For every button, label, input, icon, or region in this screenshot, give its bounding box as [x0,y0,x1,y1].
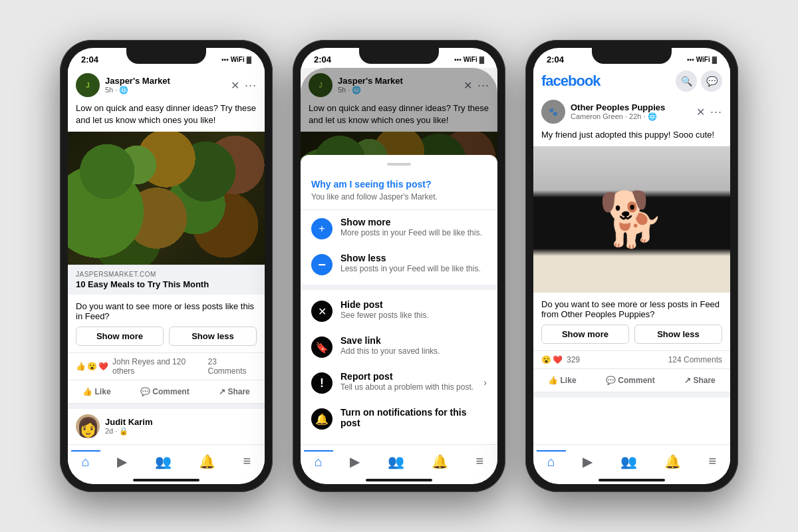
post-3-image [533,146,730,293]
comment-action-1[interactable]: 💬 Comment [132,383,198,400]
phone-3-content: 🐾 Other Peoples Puppies Cameron Green · … [533,94,730,444]
user-post-header-1: 👩 Judit Karim 2d · 🔒 [76,414,257,438]
feedback-question-1: Do you want to see more or less posts li… [76,301,257,321]
search-button[interactable]: 🔍 [676,70,697,92]
post-1-meta: Jasper's Market 5h · 🌐 [105,76,231,94]
feedback-question-3: Do you want to see more or less posts in… [541,299,722,319]
nav-video-2[interactable]: ▶ [339,451,370,472]
notifications-label: Turn on notifications for this post [340,407,487,428]
nav-bell-3[interactable]: 🔔 [654,451,692,472]
menu-hide-post[interactable]: ✕ Hide post See fewer posts like this. [301,293,497,329]
nav-groups-1[interactable]: 👥 [144,451,182,472]
menu-report-post[interactable]: ! Report post Tell us about a problem wi… [301,364,497,400]
phone-1-content: J Jasper's Market 5h · 🌐 ✕ ··· Low on qu… [68,68,265,444]
menu-save-link[interactable]: 🔖 Save link Add this to your saved links… [301,329,497,364]
wow-emoji-3: 😮 [541,355,551,364]
nav-home-2[interactable]: ⌂ [304,450,333,472]
post-3-meta: Other Peoples Puppies Cameron Green · 22… [571,102,696,121]
phone-3-screen: 2:04 ▪▪▪ WiFi ▓ facebook 🔍 💬 🐾 Other Peo… [533,48,730,484]
like-action-3[interactable]: 👍 Like [540,372,584,389]
notch-2 [359,48,439,64]
why-text: You like and follow Jasper's Market. [311,192,487,201]
nav-menu-2[interactable]: ≡ [466,451,495,471]
show-more-btn-3[interactable]: Show more [541,325,629,344]
phone-2: 2:04 ▪▪▪ WiFi ▓ J Jasper's Market 5h · 🌐 [293,40,505,492]
menu-show-less[interactable]: − Show less Less posts in your Feed will… [301,246,497,282]
bottom-nav-3: ⌂ ▶ 👥 🔔 ≡ [533,444,730,475]
action-bar-3: 👍 Like 💬 Comment ↗ Share [533,369,730,392]
dog-image [533,146,730,293]
wifi-icon-2: WiFi [464,56,477,63]
feedback-buttons-1: Show more Show less [76,327,257,346]
phone-2-screen: 2:04 ▪▪▪ WiFi ▓ J Jasper's Market 5h · 🌐 [301,48,497,484]
status-icons-1: ▪▪▪ WiFi ▓ [221,56,251,63]
home-indicator-1 [133,479,200,481]
nav-video-3[interactable]: ▶ [572,451,603,472]
judit-meta: Judit Karim 2d · 🔒 [105,417,153,436]
reaction-icons-3: 😮 ❤️ 329 [541,355,580,364]
show-less-group: Show less Less posts in your Feed will b… [340,253,487,273]
nav-bell-2[interactable]: 🔔 [421,451,459,472]
nav-menu-3[interactable]: ≡ [698,451,728,471]
battery-icon-3: ▓ [712,56,717,63]
like-action-1[interactable]: 👍 Like [74,383,118,400]
heart-emoji-1: ❤️ [98,362,108,371]
notch-3 [592,48,672,64]
nav-home-3[interactable]: ⌂ [537,450,566,472]
close-btn-3[interactable]: ✕ [696,106,705,118]
save-link-desc: Add this to your saved links. [340,346,487,356]
phone-1-screen: 2:04 ▪▪▪ WiFi ▓ J Jasper's Market 5h · 🌐 [68,48,265,484]
show-more-label: Show more [340,217,487,227]
menu-show-more[interactable]: + Show more More posts in your Feed will… [301,210,497,246]
nav-groups-2[interactable]: 👥 [377,451,415,472]
reactions-row-3: 😮 ❤️ 329 124 Comments [533,351,730,369]
status-icons-3: ▪▪▪ WiFi ▓ [687,56,717,63]
share-action-1[interactable]: ↗ Share [211,383,258,400]
home-indicator-2 [366,479,432,481]
fb-header-icons: 🔍 💬 [676,70,722,92]
close-btn-1[interactable]: ✕ [231,79,239,92]
comment-action-3[interactable]: 💬 Comment [598,372,663,389]
hide-post-group: Hide post See fewer posts like this. [340,299,487,320]
messenger-button[interactable]: 💬 [701,70,722,92]
jasper-logo-1: J [76,73,100,97]
action-bar-1: 👍 Like 💬 Comment ↗ Share [68,380,265,404]
bottom-nav-2: ⌂ ▶ 👥 🔔 ≡ [301,444,497,475]
battery-icon-2: ▓ [479,56,484,63]
bell-icon: 🔔 [311,408,332,430]
nav-menu-1[interactable]: ≡ [233,451,262,471]
nav-home-1[interactable]: ⌂ [71,450,100,472]
menu-notifications[interactable]: 🔔 Turn on notifications for this post [301,400,497,436]
plus-icon: + [311,218,332,239]
puppies-logo: 🐾 [541,100,565,124]
post-3: 🐾 Other Peoples Puppies Cameron Green · … [533,94,730,398]
post-1: J Jasper's Market 5h · 🌐 ✕ ··· Low on qu… [68,68,265,409]
phone-2-content: J Jasper's Market 5h · 🌐 ✕ ··· Low on qu… [301,68,497,444]
globe-icon-3: 🌐 [648,112,657,120]
home-indicator-3 [598,479,665,481]
more-btn-3[interactable]: ··· [710,105,722,119]
show-less-btn-1[interactable]: Show less [169,327,257,346]
why-title: Why am I seeing this post? [311,179,487,190]
nav-groups-3[interactable]: 👥 [610,451,648,472]
link-source-1: JASPERSMARKET.COM [76,271,257,278]
link-title-1: 10 Easy Meals to Try This Month [76,279,257,289]
report-post-group: Report post Tell us about a problem with… [340,371,475,392]
feedback-box-1: Do you want to see more or less posts li… [68,295,265,353]
nav-bell-1[interactable]: 🔔 [188,451,226,472]
x-icon: ✕ [311,301,332,322]
show-more-btn-1[interactable]: Show more [76,327,164,346]
hide-post-label: Hide post [340,299,487,310]
post-3-text: My friend just adopted this puppy! Sooo … [533,126,730,146]
show-less-btn-3[interactable]: Show less [634,325,722,344]
food-image-1 [68,132,265,265]
wifi-icon: WiFi [231,56,245,63]
chevron-right-icon: › [483,377,487,388]
share-action-3[interactable]: ↗ Share [676,372,724,389]
more-btn-1[interactable]: ··· [245,78,257,92]
nav-video-1[interactable]: ▶ [106,451,138,472]
time-3: 2:04 [547,55,564,65]
signal-icon-3: ▪▪▪ [687,56,694,63]
user-post-1: 👩 Judit Karim 2d · 🔒 Looking for suggest… [68,409,265,444]
wow-emoji-1: 😮 [87,362,97,371]
